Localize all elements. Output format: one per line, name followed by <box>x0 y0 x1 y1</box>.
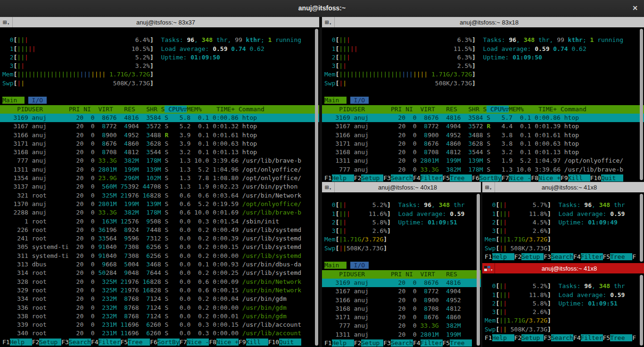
term-line: 3166 anuj 20 0 8900 4952 3488 R 3.9 0.1 … <box>0 131 319 140</box>
split-grid-icon[interactable]: ⊞▾ <box>0 17 13 27</box>
term-line: Mem[||1.71G/3.72G] <box>482 235 644 244</box>
pane-bottom-right-focused-41x8: ▾ anuj@itsfoss:~ 41x8 0[|| 5.2%] Tasks: … <box>482 263 644 347</box>
term-line: 0[||| 6.4%] Tasks: 96, 348 thr, 99 kthr;… <box>0 36 319 44</box>
term-line: Mem[|||||||||||||||||||||||| 1.71G/3.72G… <box>322 70 644 79</box>
term-line: 334 root 20 0 232M 8768 7124 S 0.0 0.2 0… <box>0 295 319 303</box>
term-line: F1Help F2Setup F3SearchF4FilterF5Tree F6… <box>322 174 644 182</box>
pane-title: anuj@itsfoss:~ 40x18 <box>334 184 481 191</box>
pane-title: anuj@itsfoss:~ 83x18 <box>334 19 644 26</box>
term-line: PIDUSER PRI NI VIRT RES SHR S CPU%▽MEM% … <box>322 105 644 114</box>
term-line: 0[||| 6.3%] Tasks: 96, 348 thr, 99 kthr;… <box>322 36 644 44</box>
term-line: Mem[||1.71G/3.72G] <box>482 316 644 325</box>
scrollbar[interactable] <box>640 29 643 180</box>
scrollbar[interactable] <box>640 275 643 346</box>
term-line: 3171 anuj 20 0 8676 4860 3628 S 3.9 0.1 … <box>0 140 319 148</box>
term-line: 2[|| 4.5%] Uptime: 01:09:49 <box>482 218 644 227</box>
pane-titlebar-focused[interactable]: ▾ anuj@itsfoss:~ 41x8 <box>482 263 644 273</box>
term-line: 2[|| 5.8%] Uptime: 01:09:51 <box>322 218 481 227</box>
term-line: 3[|| 2.5%] <box>322 62 644 70</box>
window-titlebar[interactable]: anuj@itsfoss:~ ✕ <box>0 0 644 17</box>
term-line: Swp[|| 508K/3.73G] <box>322 79 644 88</box>
term-line: 305 systemd-ti 20 0 91040 7308 6256 S 0.… <box>0 243 319 251</box>
terminal-screen[interactable]: 0[||| 6.4%] Tasks: 96, 348 thr, 99 kthr;… <box>0 27 319 347</box>
pane-title: anuj@itsfoss:~ 83x37 <box>12 19 319 26</box>
term-line: 321 root 20 0 325M 21976 16828 S 0.6 0.6… <box>0 191 319 200</box>
term-line: 1354 anuj 20 0 23.9G 296M 102M S 1.3 7.8… <box>0 174 319 182</box>
term-line: 3168 anuj 20 0 8708 4812 3544 S 3.2 0.1 … <box>322 148 644 157</box>
term-line: Swp[|| 508K/3.73G] <box>0 79 319 88</box>
term-line: 2288 anuj 20 0 33.3G 382M 178M S 0.6 10.… <box>0 208 319 217</box>
term-line: 0[|| 5.2%] Tasks: 96, 348 thr <box>482 282 644 290</box>
term-line: 226 root 20 0 36196 8924 7448 S 0.0 0.2 … <box>0 226 319 234</box>
pane-titlebar[interactable]: ⊞▾ anuj@itsfoss:~ 83x18 <box>322 17 644 27</box>
term-line: 1[||||| 10.5%] Load average: 0.59 0.74 0… <box>0 45 319 53</box>
term-line: 336 root 20 0 232M 8768 7124 S 0.0 0.2 0… <box>0 304 319 312</box>
term-line: Swp[||508K/3.73G] <box>322 244 481 253</box>
terminal-window: anuj@itsfoss:~ ✕ ⊞▾ anuj@itsfoss:~ 83x37… <box>0 0 644 347</box>
term-line: Main I/O <box>0 96 319 105</box>
term-line: 1[||||| 11.5%] Load average: 0.59 0.74 0… <box>322 45 644 53</box>
term-line: 3168 anuj 20 0 8708 4812 <box>322 305 481 313</box>
pane-titlebar[interactable]: ⊞▾ anuj@itsfoss:~ 41x8 <box>482 182 644 192</box>
terminal-screen[interactable]: 0[|| 5.2%] Tasks: 96, 348 thr 1[||| 11.8… <box>482 273 644 347</box>
pane-title: anuj@itsfoss:~ 41x8 <box>495 265 644 272</box>
term-line: 1[||| 11.6%] Load average: 0.59 <box>322 210 481 218</box>
term-line: F1Help F2Setup F3SearchF4FilterF5Tree F <box>482 253 644 261</box>
term-line: 1[||| 11.8%] Load average: 0.59 <box>482 210 644 218</box>
term-line: Swp[|| 508K/3.73G] <box>482 244 644 253</box>
term-line <box>322 253 481 261</box>
term-line: 0[|| 5.7%] Tasks: 96, 348 thr <box>482 201 644 209</box>
term-line: Main I/O <box>322 96 644 105</box>
scrollbar[interactable] <box>315 29 318 346</box>
split-grid-icon[interactable]: ⊞▾ <box>322 182 335 192</box>
term-line: 3167 anuj 20 0 8772 4904 3572 R 4.4 0.1 … <box>322 122 644 131</box>
term-line: Mem[|||||||||||||||||||||||| 1.71G/3.72G… <box>0 70 319 79</box>
term-line: 2[|| 5.8%] Uptime: 01:09:51 <box>482 299 644 308</box>
term-line: 777 anuj 20 0 33.3G 382M 178M S 1.3 10.0… <box>0 157 319 165</box>
term-line: 3169 anuj 20 0 8676 4816 <box>322 279 481 287</box>
term-line: PIDUSER PRI NI VIRT RES <box>322 270 481 279</box>
term-line: 3[|| 2.6%] <box>322 227 481 235</box>
term-line: 0[|| 5.2%] Tasks: 96, 348 thr <box>322 201 481 209</box>
close-icon[interactable]: ✕ <box>632 4 638 12</box>
terminal-screen[interactable]: 0[|| 5.7%] Tasks: 96, 348 thr 1[||| 11.8… <box>482 192 644 263</box>
term-line: 3166 anuj 20 0 8900 4952 3488 S 3.8 0.1 … <box>322 131 644 140</box>
term-line: 3167 anuj 20 0 8772 4904 <box>322 287 481 296</box>
term-line: 3[|| 2.6%] <box>482 308 644 316</box>
term-line: 2[||| 5.2%] Uptime: 01:09:50 <box>0 53 319 62</box>
term-line <box>482 273 644 282</box>
term-line: 777 anuj 20 0 33.3G 382M <box>322 322 481 330</box>
pane-top-right-83x18: ⊞▾ anuj@itsfoss:~ 83x18 0[||| 6.3%] Task… <box>322 17 644 182</box>
scrollbar[interactable] <box>640 194 643 262</box>
pane-titlebar[interactable]: ⊞▾ anuj@itsfoss:~ 40x18 <box>322 182 481 192</box>
pane-title: anuj@itsfoss:~ 41x8 <box>495 184 644 191</box>
term-line <box>322 192 481 201</box>
term-line: 1311 anuj 20 0 2801M 199M <box>322 330 481 339</box>
term-line: 1311 anuj 20 0 2801M 199M 139M S 1.3 5.2… <box>0 165 319 174</box>
term-line: 3167 anuj 20 0 8772 4904 3572 S 5.2 0.1 … <box>0 122 319 131</box>
term-line: 313 dbus 20 0 9668 5004 3468 S 0.0 0.1 0… <box>0 260 319 269</box>
term-line <box>0 88 319 96</box>
term-line <box>0 27 319 36</box>
pane-bottom-middle-40x18: ⊞▾ anuj@itsfoss:~ 40x18 0[|| 5.2%] Tasks… <box>322 182 481 347</box>
split-grid-icon-colored[interactable]: ▾ <box>482 263 495 273</box>
term-line: 3[|| 3.2%] <box>0 62 319 70</box>
terminal-screen[interactable]: 0[||| 6.3%] Tasks: 96, 348 thr, 99 kthr;… <box>322 27 644 182</box>
pane-titlebar[interactable]: ⊞▾ anuj@itsfoss:~ 83x37 <box>0 17 319 27</box>
term-line: 311 systemd-ti 20 0 91040 7308 6256 S 0.… <box>0 252 319 260</box>
split-grid-icon[interactable]: ⊞▾ <box>482 182 495 192</box>
terminal-screen[interactable]: 0[|| 5.2%] Tasks: 96, 348 thr 1[||| 11.6… <box>322 192 481 347</box>
scrollbar[interactable] <box>477 194 480 346</box>
term-line: 1[||| 11.8%] Load average: 0.59 <box>482 291 644 299</box>
term-line <box>322 27 644 36</box>
term-line: 3171 anuj 20 0 8676 4860 3628 S 3.8 0.1 … <box>322 140 644 148</box>
term-line: PIDUSER PRI NI VIRT RES SHR S CPU%▽MEM% … <box>0 105 319 114</box>
pane-bottom-right-upper-41x8: ⊞▾ anuj@itsfoss:~ 41x8 0[|| 5.7%] Tasks:… <box>482 182 644 263</box>
split-grid-icon[interactable]: ⊞▾ <box>322 17 335 27</box>
term-line: 338 root 20 0 232M 8768 7124 S 0.0 0.2 0… <box>0 312 319 321</box>
term-line: 3168 anuj 20 0 8708 4812 3544 S 3.2 0.1 … <box>0 148 319 157</box>
term-line: 3166 anuj 20 0 8900 4952 <box>322 296 481 305</box>
window-title: anuj@itsfoss:~ <box>0 4 644 12</box>
term-line: Mem[|1.71G/3.72G] <box>322 235 481 244</box>
term-line: 1311 anuj 20 0 2801M 199M 139M S 1.9 5.2… <box>322 157 644 165</box>
